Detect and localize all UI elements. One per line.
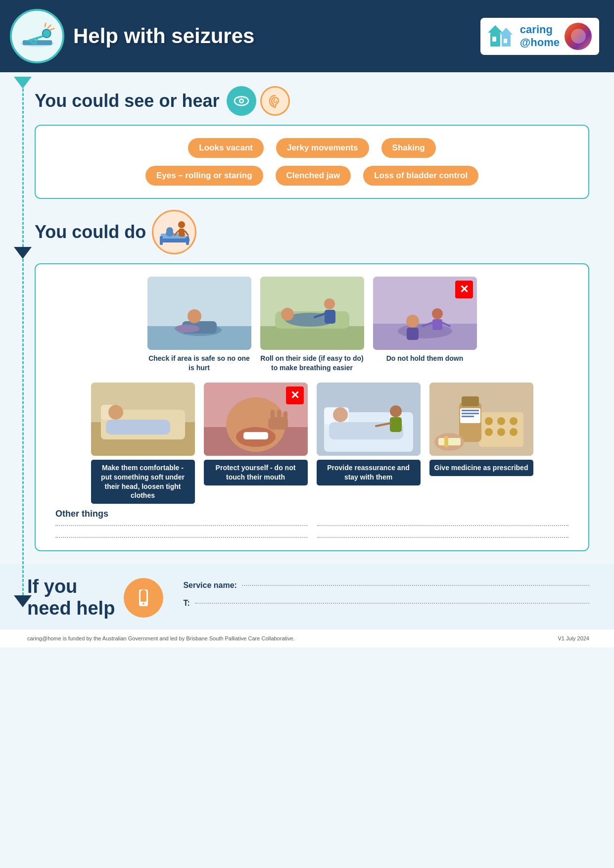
svg-rect-24: [186, 236, 189, 245]
svg-rect-89: [462, 413, 479, 414]
symptom-shaking: Shaking: [381, 138, 436, 158]
service-name-line: Service name:: [183, 581, 589, 590]
svg-line-6: [47, 25, 50, 28]
symptoms-box: Looks vacant Jerky movements Shaking Eye…: [35, 125, 589, 199]
svg-point-72: [333, 407, 348, 422]
sense-icons: [227, 86, 290, 116]
footer-credit: caring@home is funded by the Australian …: [27, 635, 295, 641]
bottom-footer: caring@home is funded by the Australian …: [0, 629, 614, 647]
action-caption-protect: Protect yourself - do not touch their mo…: [204, 460, 308, 485]
action-medicine: Give medicine as prescribed: [429, 383, 533, 504]
logo-home: @home: [520, 36, 560, 49]
symptom-bladder: Loss of bladder control: [363, 166, 478, 186]
reassure-img: [317, 383, 421, 456]
symptoms-row-2: Eyes – rolling or staring Clenched jaw L…: [50, 166, 573, 186]
action-no-hold: ✕ Do not hold them down: [373, 277, 477, 373]
header: Help with seizures caring @home: [0, 0, 614, 72]
svg-line-8: [45, 23, 46, 27]
svg-rect-86: [462, 396, 479, 406]
action-caption-medicine: Give medicine as prescribed: [429, 460, 533, 476]
action-photo-protect: ✕: [204, 383, 308, 456]
action-caption-safe: Check if area is safe so no one is hurt: [147, 354, 251, 373]
arrow-teal-1: [14, 77, 32, 89]
action-caption-hold: Do not hold them down: [386, 354, 464, 363]
svg-line-7: [50, 28, 54, 30]
dotted-input-4: [317, 537, 569, 538]
dotted-line-row-1: [55, 525, 568, 526]
svg-rect-11: [492, 37, 496, 42]
action-check-area: Check if area is safe so no one is hurt: [147, 277, 251, 373]
do-header: You could do: [35, 210, 589, 254]
svg-marker-13: [500, 28, 513, 35]
header-icon-circle: [10, 9, 64, 63]
svg-rect-23: [160, 236, 163, 245]
svg-rect-88: [462, 410, 479, 411]
action-photo-comfort: [91, 383, 195, 456]
svg-point-17: [240, 100, 243, 102]
medicine-img: [429, 383, 533, 456]
seizure-icon: [16, 20, 58, 52]
svg-rect-64: [243, 432, 268, 439]
logo-container: caring @home: [480, 18, 599, 55]
telephone-dotted-line: [195, 603, 589, 604]
symptom-jaw: Clenched jaw: [276, 166, 351, 186]
svg-rect-59: [106, 420, 170, 434]
action-photo-reassure: [317, 383, 421, 456]
action-roll-side: Roll on their side (if easy to do) to ma…: [260, 277, 364, 373]
action-photo-roll: [260, 277, 364, 350]
other-things-title: Other things: [55, 509, 568, 519]
page-title: Help with seizures: [73, 24, 254, 48]
action-comfortable: Make them comfortable - put something so…: [91, 383, 195, 504]
svg-rect-66: [271, 410, 275, 420]
svg-point-41: [281, 308, 294, 321]
caregiver-icon: [156, 214, 193, 251]
action-caption-reassure: Provide reassurance and stay with them: [317, 460, 421, 485]
svg-rect-75: [390, 417, 402, 432]
telephone-label: T:: [183, 599, 189, 608]
footer-version: V1 July 2024: [558, 635, 589, 641]
svg-point-83: [497, 428, 505, 436]
action-photo-hold: ✕: [373, 277, 477, 350]
svg-point-80: [497, 417, 505, 425]
symptom-jerky: Jerky movements: [276, 138, 369, 158]
see-hear-section: You could see or hear: [0, 72, 614, 199]
phone-icon: [133, 587, 154, 608]
dotted-input-3: [55, 537, 307, 538]
svg-point-27: [178, 221, 185, 228]
dotted-line-2: [22, 259, 24, 595]
footer-left: If youneed help: [27, 576, 163, 619]
symptom-eyes: Eyes – rolling or staring: [145, 166, 263, 186]
x-mark-hold: ✕: [455, 281, 473, 298]
svg-rect-38: [260, 326, 364, 350]
svg-rect-14: [504, 39, 507, 43]
telephone-line: T:: [183, 599, 589, 608]
svg-point-79: [485, 417, 493, 425]
svg-point-42: [324, 298, 335, 309]
svg-rect-97: [142, 590, 145, 591]
header-left: Help with seizures: [10, 9, 254, 63]
svg-rect-51: [432, 319, 442, 330]
dotted-input-1: [55, 525, 307, 526]
ear-icon: [267, 93, 283, 109]
svg-point-96: [142, 603, 144, 605]
svg-point-50: [432, 308, 443, 319]
action-reassure: Provide reassurance and stay with them: [317, 383, 421, 504]
roll-side-img: [260, 277, 364, 350]
svg-point-81: [510, 417, 518, 425]
actions-bottom-row: Make them comfortable - put something so…: [46, 383, 578, 504]
svg-point-35: [188, 309, 201, 323]
action-photo-medicine: [429, 383, 533, 456]
svg-line-18: [238, 97, 239, 98]
logo-caring: caring: [520, 23, 560, 36]
dotted-lines: [55, 525, 568, 538]
svg-marker-10: [488, 25, 503, 33]
svg-point-36: [175, 325, 199, 333]
other-things: Other things: [46, 504, 578, 538]
dotted-input-2: [317, 525, 569, 526]
svg-point-84: [510, 428, 518, 436]
action-photo-safe: [147, 277, 251, 350]
svg-rect-43: [325, 310, 335, 324]
help-title: If youneed help: [27, 576, 115, 619]
action-caption-comfort: Make them comfortable - put something so…: [91, 460, 195, 504]
action-caption-roll: Roll on their side (if easy to do) to ma…: [260, 354, 364, 373]
